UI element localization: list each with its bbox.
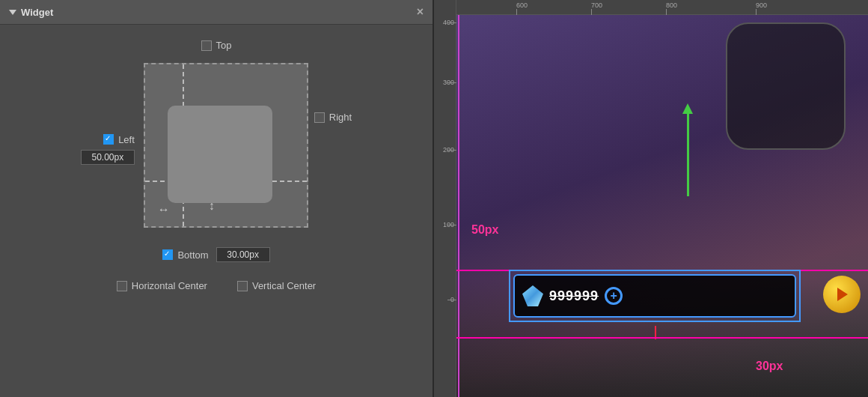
left-label: Left (118, 134, 135, 145)
ruler-tick-v-400 (447, 22, 456, 23)
top-checkbox-label[interactable]: Top (201, 40, 232, 51)
coin-icon[interactable] (823, 276, 861, 313)
purple-guide-line (458, 15, 459, 397)
panel-title-row: Widget (9, 7, 53, 18)
left-controls: Left (81, 134, 135, 165)
ruler-tick-v-0 (447, 300, 456, 300)
bottom-row: Bottom (162, 247, 269, 262)
horizontal-center-label[interactable]: Horizontal Center (117, 280, 207, 291)
left-panel: Widget × Top Left (0, 0, 434, 397)
ruler-label-700: 700 (591, 1, 602, 9)
top-label: Top (216, 40, 232, 51)
canvas-content: 50px 30px 999999 + (456, 15, 868, 397)
right-controls: Right (314, 63, 352, 235)
left-value-input[interactable] (81, 150, 135, 165)
diagram-container: ↔ ↕ (144, 63, 308, 235)
panel-title: Widget (21, 7, 53, 18)
plus-circle-icon[interactable]: + (605, 287, 623, 305)
vertical-center-label[interactable]: Vertical Center (237, 280, 316, 291)
ruler-tick-700 (591, 9, 592, 15)
green-arrow-head (682, 103, 693, 114)
diagram-outer: ↔ ↕ (144, 63, 308, 228)
game-widget: 999999 + (513, 274, 796, 318)
middle-area: Left ↔ ↕ Right (22, 63, 410, 235)
vertical-center-text: Vertical Center (252, 280, 316, 291)
vertical-center-checkbox[interactable] (237, 281, 248, 291)
ruler-top: 600 700 800 900 (456, 0, 868, 15)
right-panel: 50px 30px 999999 + 400 300 200 100 0 (434, 0, 868, 397)
ruler-tick-v-200 (447, 150, 456, 151)
right-checkbox-label[interactable]: Right (314, 112, 352, 123)
horizontal-center-checkbox[interactable] (117, 281, 127, 291)
arrow-vertical: ↕ (209, 181, 215, 231)
right-label: Right (329, 112, 352, 123)
bottom-value-input[interactable] (216, 247, 270, 262)
bottom-checkbox[interactable] (162, 249, 173, 260)
ruler-tick-v-100 (447, 225, 456, 225)
bottom-checkbox-label[interactable]: Bottom (162, 249, 208, 261)
ruler-left: 400 300 200 100 0 (434, 0, 456, 397)
ruler-tick-900 (756, 9, 757, 15)
selection-box[interactable]: 999999 + (509, 270, 801, 322)
left-checkbox-label[interactable]: Left (103, 134, 135, 145)
horizontal-center-text: Horizontal Center (132, 280, 207, 291)
top-checkbox[interactable] (201, 40, 212, 51)
diagram-inner (168, 106, 272, 203)
bottom-label: Bottom (177, 249, 208, 261)
ruler-tick-600 (516, 9, 517, 15)
label-30px: 30px (756, 360, 783, 373)
close-button[interactable]: × (417, 6, 424, 18)
ruler-tick-800 (666, 9, 667, 15)
ruler-label-800: 800 (666, 1, 677, 9)
label-50px: 50px (471, 223, 498, 237)
panel-body: Top Left ↔ (0, 25, 433, 397)
coin-play-icon (837, 288, 848, 301)
widget-number: 999999 (549, 288, 599, 304)
green-arrow (682, 103, 693, 196)
ruler-label-900: 900 (756, 1, 767, 9)
ruler-label-600: 600 (516, 1, 528, 9)
arrow-horizontal: ↔ (145, 203, 183, 216)
guide-line-bottom (456, 337, 868, 339)
phone-rect (726, 22, 846, 150)
green-arrow-line (687, 114, 689, 196)
collapse-icon[interactable] (9, 10, 16, 15)
top-row: Top (201, 40, 232, 51)
right-checkbox[interactable] (314, 112, 325, 123)
left-checkbox[interactable] (103, 134, 114, 145)
ruler-tick-v-300 (447, 82, 456, 83)
bottom-checkboxes: Horizontal Center Vertical Center (117, 280, 316, 291)
diamond-icon (522, 285, 543, 306)
panel-header: Widget × (0, 0, 433, 25)
